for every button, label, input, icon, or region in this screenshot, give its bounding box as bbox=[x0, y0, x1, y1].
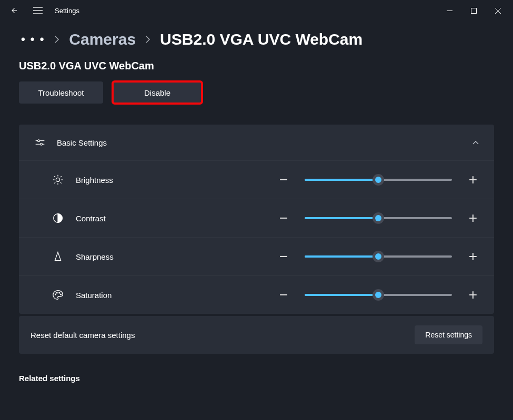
page-subtitle: USB2.0 VGA UVC WebCam bbox=[0, 58, 513, 81]
basic-settings-header[interactable]: Basic Settings bbox=[19, 125, 494, 160]
brightness-row: Brightness − + bbox=[19, 160, 494, 199]
troubleshoot-button[interactable]: Troubleshoot bbox=[19, 81, 103, 104]
svg-point-25 bbox=[61, 294, 62, 295]
contrast-increase[interactable]: + bbox=[462, 208, 484, 229]
svg-line-19 bbox=[54, 182, 55, 183]
contrast-slider[interactable] bbox=[305, 211, 452, 226]
breadcrumb: • • • Cameras USB2.0 VGA UVC WebCam bbox=[0, 21, 513, 58]
window-controls bbox=[437, 0, 510, 21]
app-title: Settings bbox=[55, 7, 79, 15]
reset-label: Reset default camera settings bbox=[31, 331, 135, 340]
sharpness-icon bbox=[51, 249, 65, 264]
back-button[interactable] bbox=[3, 0, 24, 21]
contrast-decrease[interactable]: − bbox=[273, 208, 294, 229]
svg-point-23 bbox=[56, 292, 57, 293]
breadcrumb-ellipsis[interactable]: • • • bbox=[21, 33, 45, 46]
reset-card: Reset default camera settings Reset sett… bbox=[19, 316, 494, 354]
brightness-label: Brightness bbox=[76, 176, 181, 185]
svg-line-18 bbox=[61, 182, 62, 183]
sharpness-row: Sharpness − + bbox=[19, 237, 494, 275]
chevron-up-icon bbox=[472, 140, 479, 145]
sliders-icon bbox=[34, 136, 46, 149]
sharpness-slider[interactable] bbox=[305, 249, 452, 264]
brightness-slider[interactable] bbox=[305, 172, 452, 187]
saturation-slider[interactable] bbox=[305, 288, 452, 302]
svg-rect-5 bbox=[471, 8, 476, 13]
brightness-increase[interactable]: + bbox=[462, 169, 484, 190]
saturation-increase[interactable]: + bbox=[462, 284, 484, 305]
svg-point-12 bbox=[56, 178, 59, 181]
titlebar: Settings bbox=[0, 0, 513, 21]
saturation-decrease[interactable]: − bbox=[273, 284, 294, 305]
breadcrumb-current: USB2.0 VGA UVC WebCam bbox=[160, 30, 363, 48]
svg-point-22 bbox=[55, 294, 56, 295]
action-buttons: Troubleshoot Disable bbox=[0, 81, 513, 125]
svg-line-20 bbox=[61, 176, 62, 177]
contrast-row: Contrast − + bbox=[19, 199, 494, 237]
maximize-button[interactable] bbox=[461, 0, 486, 21]
svg-point-9 bbox=[38, 140, 40, 142]
saturation-row: Saturation − + bbox=[19, 275, 494, 314]
reset-settings-button[interactable]: Reset settings bbox=[415, 325, 482, 344]
minimize-button[interactable] bbox=[437, 0, 461, 21]
brightness-decrease[interactable]: − bbox=[273, 169, 294, 190]
menu-button[interactable] bbox=[27, 0, 48, 21]
svg-point-11 bbox=[41, 143, 43, 145]
svg-point-24 bbox=[59, 292, 60, 293]
chevron-right-icon bbox=[145, 35, 150, 44]
contrast-icon bbox=[51, 211, 65, 226]
disable-button[interactable]: Disable bbox=[113, 81, 202, 104]
basic-settings-card: Basic Settings Brightness − + bbox=[19, 125, 494, 314]
basic-settings-title: Basic Settings bbox=[57, 138, 107, 147]
brightness-icon bbox=[51, 172, 65, 187]
palette-icon bbox=[51, 288, 65, 302]
sharpness-decrease[interactable]: − bbox=[273, 246, 294, 267]
sharpness-increase[interactable]: + bbox=[462, 246, 484, 267]
saturation-label: Saturation bbox=[76, 291, 181, 300]
close-button[interactable] bbox=[486, 0, 510, 21]
breadcrumb-parent[interactable]: Cameras bbox=[69, 30, 136, 48]
sharpness-label: Sharpness bbox=[76, 252, 181, 261]
related-settings-heading: Related settings bbox=[0, 370, 513, 387]
svg-line-17 bbox=[54, 176, 55, 177]
chevron-right-icon bbox=[54, 35, 59, 44]
contrast-label: Contrast bbox=[76, 214, 181, 223]
titlebar-left: Settings bbox=[3, 0, 79, 21]
